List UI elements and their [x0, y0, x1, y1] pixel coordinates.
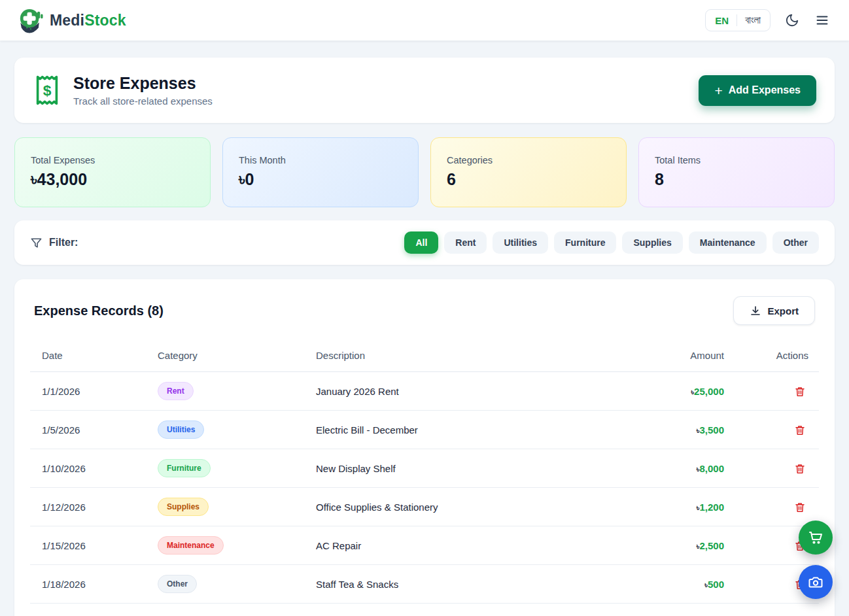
- dark-mode-toggle[interactable]: [785, 13, 799, 27]
- filter-label: Filter:: [49, 237, 78, 248]
- cart-fab-button[interactable]: [799, 521, 833, 555]
- category-badge: Utilities: [158, 420, 204, 439]
- page-subtitle: Track all store-related expenses: [73, 95, 213, 107]
- trash-icon: [794, 385, 806, 398]
- stat-card-categories: Categories 6: [430, 137, 627, 207]
- filter-chips: All Rent Utilities Furniture Supplies Ma…: [404, 231, 819, 254]
- hamburger-icon: [814, 13, 831, 27]
- export-label: Export: [767, 305, 799, 317]
- moon-icon: [785, 13, 799, 27]
- table-body: 1/1/2026 Rent January 2026 Rent ৳25,000 …: [30, 372, 819, 604]
- filter-chip[interactable]: Utilities: [493, 231, 548, 254]
- row-amount: 8,000: [699, 463, 724, 474]
- brand-stock: Stock: [84, 12, 126, 29]
- records-title: Expense Records (8): [34, 303, 164, 318]
- row-amount: 500: [708, 579, 724, 590]
- row-description: Electric Bill - December: [316, 411, 626, 449]
- page-header-card: $ Store Expenses Track all store-related…: [14, 58, 835, 123]
- stat-value: 6: [447, 170, 610, 189]
- filter-chip[interactable]: All: [404, 231, 438, 254]
- row-amount: 25,000: [694, 386, 724, 397]
- stat-card-this-month: This Month ৳0: [222, 137, 419, 207]
- row-description: AC Repair: [316, 526, 626, 565]
- row-date: 1/18/2026: [30, 565, 158, 604]
- row-description: January 2026 Rent: [316, 372, 626, 411]
- receipt-dollar-icon: $: [33, 75, 61, 106]
- stat-label: Total Expenses: [31, 155, 194, 165]
- trash-icon: [794, 501, 806, 513]
- delete-expense-button[interactable]: [791, 498, 808, 516]
- category-badge: Supplies: [158, 498, 209, 516]
- menu-button[interactable]: [814, 13, 831, 27]
- table-row: 1/18/2026 Other Staff Tea & Snacks ৳500: [30, 565, 819, 604]
- trash-icon: [794, 462, 806, 475]
- delete-expense-button[interactable]: [791, 383, 808, 400]
- category-badge: Maintenance: [158, 536, 224, 555]
- download-icon: [750, 305, 761, 317]
- expense-records-card: Expense Records (8) Export Date Category…: [14, 279, 835, 616]
- export-button[interactable]: Export: [733, 296, 815, 325]
- camera-fab-button[interactable]: [799, 565, 833, 599]
- lang-divider: [736, 14, 737, 26]
- add-expenses-label: Add Expenses: [729, 84, 801, 96]
- language-toggle: EN বাংলা: [705, 9, 771, 31]
- filter-bar: Filter: All Rent Utilities Furniture Sup…: [14, 220, 835, 265]
- table-row: 1/12/2026 Supplies Office Supplies & Sta…: [30, 488, 819, 526]
- stat-value: ৳0: [239, 170, 402, 190]
- svg-text:$: $: [43, 82, 52, 99]
- row-description: New Display Shelf: [316, 449, 626, 488]
- filter-chip[interactable]: Other: [772, 231, 819, 254]
- page-title: Store Expenses: [73, 74, 213, 93]
- row-date: 1/15/2026: [30, 526, 158, 565]
- row-date: 1/1/2026: [30, 372, 158, 411]
- table-row: 1/5/2026 Utilities Electric Bill - Decem…: [30, 411, 819, 449]
- row-description: Office Supplies & Stationery: [316, 488, 626, 526]
- cart-icon: [808, 530, 823, 545]
- stat-value: 8: [655, 170, 818, 189]
- table-row: 1/15/2026 Maintenance AC Repair ৳2,500: [30, 526, 819, 565]
- medistock-logo-icon: [18, 7, 43, 33]
- filter-chip[interactable]: Supplies: [622, 231, 682, 254]
- stat-label: Categories: [447, 155, 610, 165]
- stat-card-total-items: Total Items 8: [638, 137, 835, 207]
- column-header-amount: Amount: [626, 341, 724, 372]
- column-header-date: Date: [30, 341, 158, 372]
- stat-label: This Month: [239, 155, 402, 165]
- stat-value: ৳43,000: [31, 170, 194, 190]
- row-date: 1/10/2026: [30, 449, 158, 488]
- row-amount: 2,500: [699, 540, 724, 551]
- stat-card-total-expenses: Total Expenses ৳43,000: [14, 137, 211, 207]
- category-badge: Other: [158, 575, 197, 593]
- category-badge: Furniture: [158, 459, 211, 477]
- trash-icon: [794, 424, 806, 436]
- category-badge: Rent: [158, 382, 194, 400]
- row-amount: 1,200: [699, 502, 724, 513]
- funnel-icon: [30, 237, 43, 249]
- delete-expense-button[interactable]: [791, 421, 808, 439]
- add-expenses-button[interactable]: + Add Expenses: [699, 75, 816, 106]
- column-header-category: Category: [158, 341, 316, 372]
- plus-icon: +: [714, 84, 722, 97]
- stats-row: Total Expenses ৳43,000 This Month ৳0 Cat…: [14, 137, 835, 207]
- filter-chip[interactable]: Rent: [444, 231, 487, 254]
- lang-option-en[interactable]: EN: [715, 15, 729, 26]
- filter-chip[interactable]: Furniture: [554, 231, 616, 254]
- row-date: 1/5/2026: [30, 411, 158, 449]
- lang-option-bangla[interactable]: বাংলা: [745, 14, 761, 26]
- table-row: 1/1/2026 Rent January 2026 Rent ৳25,000: [30, 372, 819, 411]
- top-navbar: MediStock EN বাংলা: [0, 0, 849, 41]
- brand-name: MediStock: [50, 12, 126, 29]
- stat-label: Total Items: [655, 155, 818, 165]
- table-header-row: Date Category Description Amount Actions: [30, 341, 819, 372]
- camera-icon: [808, 574, 823, 590]
- row-date: 1/12/2026: [30, 488, 158, 526]
- filter-chip[interactable]: Maintenance: [689, 231, 767, 254]
- expense-table: Date Category Description Amount Actions…: [30, 341, 819, 604]
- table-row: 1/10/2026 Furniture New Display Shelf ৳8…: [30, 449, 819, 488]
- row-amount: 3,500: [699, 424, 724, 436]
- column-header-description: Description: [316, 341, 626, 372]
- row-description: Staff Tea & Snacks: [316, 565, 626, 604]
- brand: MediStock: [18, 7, 126, 33]
- column-header-actions: Actions: [724, 341, 819, 372]
- delete-expense-button[interactable]: [791, 460, 808, 477]
